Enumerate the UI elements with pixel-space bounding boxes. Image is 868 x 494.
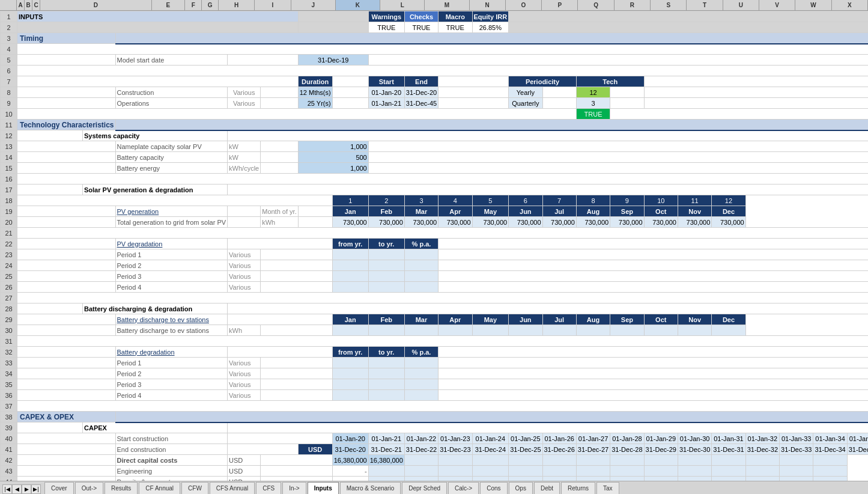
direct-cap-val2[interactable]: 16,380,000 <box>368 455 404 466</box>
operations-duration[interactable]: 25 Yr(s) <box>298 98 332 109</box>
row-7: 7 Duration Start End Periodicity Tech <box>1 76 869 87</box>
tab-nav-next[interactable]: ▶ <box>22 484 31 494</box>
col-header-i[interactable]: I <box>255 0 291 10</box>
tab-nav-prev[interactable]: ◀ <box>12 484 22 494</box>
row-40: 40 Start construction 01-Jan-20 01-Jan-2… <box>1 433 869 444</box>
col-header-w[interactable]: W <box>795 0 831 10</box>
direct-cap-val1[interactable]: 16,380,000 <box>332 455 368 466</box>
warnings-btn[interactable]: Warnings <box>368 11 404 22</box>
row-29: 29 Battery discharge to ev stations Jan … <box>1 314 869 325</box>
col-header-o[interactable]: O <box>506 0 542 10</box>
inputs-title: INPUTS <box>17 11 299 22</box>
tab-nav: |◀ ◀ ▶ ▶| <box>2 484 41 494</box>
battery-energy-unit: kWh/cycle <box>228 163 261 174</box>
row-44: 44 Permits & consents USD - <box>1 477 869 481</box>
pv-gen-label[interactable]: PV generation <box>115 206 228 217</box>
battery-energy-value[interactable]: 1,000 <box>298 163 368 174</box>
battery-cap-label: Battery capacity <box>115 152 228 163</box>
row-11: 11 Technology Characteristics <box>1 120 869 130</box>
row-38: 38 CAPEX & OPEX <box>1 412 869 422</box>
construction-various: Various <box>228 87 261 98</box>
row-17: 17 Solar PV generation & degradation <box>1 184 869 195</box>
sheet-content[interactable]: 1 INPUTS Warnings Checks Macro Equity IR… <box>0 11 868 481</box>
col-header-q[interactable]: Q <box>578 0 614 10</box>
row-25: 25 Period 3 Various <box>1 271 869 282</box>
col-header-b[interactable]: B <box>25 0 32 10</box>
tab-results[interactable]: Results <box>105 482 138 494</box>
col-header-j[interactable]: J <box>291 0 336 10</box>
tab-out[interactable]: Out-> <box>75 482 103 494</box>
row-31: 31 <box>1 336 869 347</box>
col-header-n[interactable]: N <box>470 0 506 10</box>
model-start-date-value[interactable]: 31-Dec-19 <box>298 55 368 66</box>
tab-cons[interactable]: Cons <box>480 482 507 494</box>
tab-bar: |◀ ◀ ▶ ▶| Cover Out-> Results CF Annual … <box>0 481 868 494</box>
operations-various: Various <box>228 98 261 109</box>
tab-cover[interactable]: Cover <box>44 482 74 494</box>
tab-debt[interactable]: Debt <box>534 482 560 494</box>
checks-btn[interactable]: Checks <box>404 11 438 22</box>
col-header-t[interactable]: T <box>687 0 723 10</box>
col-header-k[interactable]: K <box>336 0 380 10</box>
construction-duration[interactable]: 12 Mths(s) <box>298 87 332 98</box>
row-35: 35 Period 3 Various <box>1 379 869 390</box>
col-header-v[interactable]: V <box>759 0 795 10</box>
start-header: Start <box>368 76 404 87</box>
col-header-r[interactable]: R <box>615 0 651 10</box>
row-22: 22 PV degradation from yr. to yr. % p.a. <box>1 239 869 249</box>
col-header-l[interactable]: L <box>380 0 425 10</box>
battery-deg-label[interactable]: Battery degradation <box>115 347 228 358</box>
tab-calc[interactable]: Calc-> <box>448 482 479 494</box>
macro-btn[interactable]: Macro <box>439 11 472 22</box>
col-header-e[interactable]: E <box>152 0 186 10</box>
col-header-f[interactable]: F <box>185 0 202 10</box>
row-9: 9 Operations Various 25 Yr(s) 01-Jan-21 … <box>1 98 869 109</box>
periodicity-quarterly: Quarterly <box>509 98 542 109</box>
tab-nav-first[interactable]: |◀ <box>2 484 12 494</box>
row-20: 20 Total generation to grid from solar P… <box>1 217 869 228</box>
tab-depr-sched[interactable]: Depr Sched <box>402 482 447 494</box>
tab-inputs[interactable]: Inputs <box>308 482 339 494</box>
column-headers: A B C D E F G H I J K L M N O P Q R S T … <box>0 0 868 11</box>
row-32: 32 Battery degradation from yr. to yr. %… <box>1 347 869 358</box>
row-3: 3 Timing <box>1 33 869 44</box>
end-construction-label: End construction <box>115 444 228 455</box>
nameplate-value[interactable]: 1,000 <box>298 141 368 152</box>
tab-cfs[interactable]: CFS <box>256 482 281 494</box>
equity-irr-value: 26.85% <box>472 22 509 33</box>
col-header-m[interactable]: M <box>425 0 469 10</box>
tab-in[interactable]: In-> <box>282 482 306 494</box>
systems-capacity-label: Systems capacity <box>83 130 228 141</box>
tab-nav-last[interactable]: ▶| <box>31 484 41 494</box>
col-header-c[interactable]: C <box>32 0 40 10</box>
row-10: 10 TRUE <box>1 109 869 120</box>
battery-energy-label: Battery energy <box>115 163 228 174</box>
col-header-a[interactable]: A <box>17 0 25 10</box>
tab-tax[interactable]: Tax <box>596 482 619 494</box>
col-date-h-top[interactable]: 01-Jan-20 <box>332 433 368 444</box>
battery-cap-value[interactable]: 500 <box>298 152 368 163</box>
equity-irr-btn[interactable]: Equity IRR <box>472 11 509 22</box>
col-header-h[interactable]: H <box>219 0 255 10</box>
col-header-s[interactable]: S <box>651 0 687 10</box>
col-header-d[interactable]: D <box>40 0 151 10</box>
spreadsheet-container: A B C D E F G H I J K L M N O P Q R S T … <box>0 0 868 494</box>
battery-discharge-label[interactable]: Battery discharge to ev stations <box>115 314 228 325</box>
tech-3: 3 <box>576 98 610 109</box>
tab-cfw[interactable]: CFW <box>181 482 208 494</box>
row-5: 5 Model start date 31-Dec-19 <box>1 55 869 66</box>
tab-returns[interactable]: Returns <box>561 482 595 494</box>
tab-macro[interactable]: Macro & Scenario <box>340 482 401 494</box>
col-header-g[interactable]: G <box>202 0 219 10</box>
tech-12[interactable]: 12 <box>576 87 610 98</box>
duration-header: Duration <box>298 76 332 87</box>
col-header-x[interactable]: X <box>832 0 868 10</box>
checks-true: TRUE <box>404 22 438 33</box>
tab-cf-annual[interactable]: CF Annual <box>139 482 180 494</box>
tab-ops[interactable]: Ops <box>509 482 533 494</box>
pv-deg-label[interactable]: PV degradation <box>115 239 228 249</box>
col-header-u[interactable]: U <box>723 0 759 10</box>
col-header-p[interactable]: P <box>542 0 578 10</box>
row-24: 24 Period 2 Various <box>1 260 869 271</box>
tab-cfs-annual[interactable]: CFS Annual <box>210 482 255 494</box>
